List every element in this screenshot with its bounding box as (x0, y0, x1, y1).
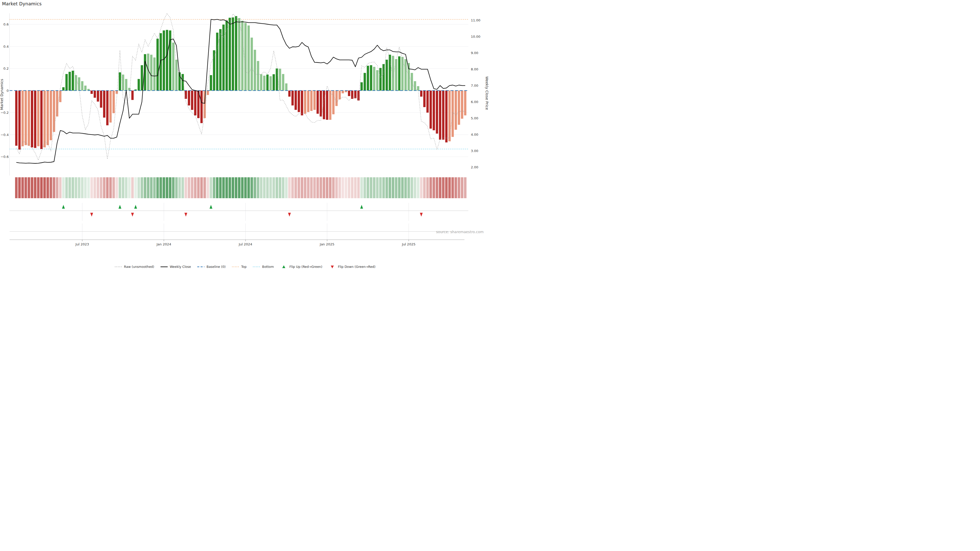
dynamics-bar (379, 68, 382, 91)
dynamics-bar (219, 29, 221, 91)
heatmap-cell (404, 177, 407, 198)
legend-item-label: Top (241, 265, 247, 268)
heatmap-cell (31, 177, 33, 198)
heatmap-cell (351, 177, 353, 198)
heatmap-cell (288, 177, 291, 198)
y-right-tick-label: 5.00 (471, 116, 478, 120)
dynamics-bar (458, 91, 460, 125)
heatmap-cell (197, 177, 200, 198)
dynamics-bar (351, 91, 353, 99)
dynamics-bar (210, 75, 212, 91)
y-right-tick-label: 11.00 (471, 18, 480, 22)
heatmap-cell (329, 177, 331, 198)
heatmap-cell (37, 177, 40, 198)
heatmap-cell (228, 177, 231, 198)
dynamics-bar (439, 91, 441, 140)
heatmap-cell (219, 177, 222, 198)
dynamics-bar (272, 74, 275, 91)
dynamics-bar (288, 91, 291, 97)
heatmap-cell (251, 177, 253, 198)
dynamics-bar (50, 91, 52, 140)
dynamics-bar (131, 91, 134, 100)
dynamics-bar (103, 91, 105, 118)
dynamics-bar (313, 91, 316, 110)
dynamics-bar (31, 91, 33, 148)
dynamics-bar (266, 75, 269, 91)
heatmap-cell (379, 177, 382, 198)
dynamics-bar (119, 73, 121, 91)
x-tick-label: Jul 2023 (75, 242, 89, 246)
y-right-tick-label: 6.00 (471, 100, 478, 104)
dynamics-bar (254, 50, 256, 91)
heatmap-cell (367, 177, 369, 198)
dynamics-bar (320, 91, 322, 117)
heatmap-cell (317, 177, 319, 198)
heatmap-cell (282, 177, 285, 198)
heatmap-cell (109, 177, 112, 198)
heatmap-cell (342, 177, 344, 198)
dynamics-bar (166, 30, 168, 91)
heatmap-cell (34, 177, 37, 198)
dynamics-bar (65, 74, 68, 91)
legend-item: Bottom (253, 265, 274, 268)
dynamics-bar (410, 73, 413, 91)
heatmap-cell (354, 177, 356, 198)
dynamics-bar (263, 76, 266, 91)
heatmap-cell (119, 177, 121, 198)
heatmap-cell (213, 177, 215, 198)
heatmap-cell (24, 177, 27, 198)
y-left-tick-label: 0 (6, 89, 9, 93)
dynamics-bar (445, 91, 448, 142)
heatmap-cell (162, 177, 165, 198)
dynamics-bar (175, 60, 178, 91)
dynamics-bar (251, 38, 253, 91)
legend-item-label: Baseline (0) (207, 265, 226, 268)
heatmap-cell (46, 177, 49, 198)
dynamics-bar (449, 91, 451, 141)
flip-down-icon (185, 213, 187, 217)
heatmap-cell (417, 177, 419, 198)
heatmap-cell (407, 177, 410, 198)
y-left-tick-label: −0.4 (0, 133, 9, 137)
dynamics-bar (367, 66, 369, 91)
x-tick-label: Jan 2025 (320, 242, 334, 246)
heatmap-cell (81, 177, 83, 198)
legend-item: Raw (unsmoothed) (115, 265, 154, 268)
legend-item: Top (232, 265, 247, 268)
y-right-tick-label: 7.00 (471, 84, 478, 87)
heatmap-cell (279, 177, 281, 198)
heatmap-cell (269, 177, 272, 198)
market-dynamics-chart: 0.60.40.20−0.2−0.4−0.611.0010.009.008.00… (0, 0, 490, 275)
dynamics-bar (100, 91, 102, 108)
y-left-tick-label: −0.6 (0, 155, 9, 159)
heatmap-cell (436, 177, 438, 198)
heatmap-cell (275, 177, 278, 198)
dynamics-bar (113, 91, 115, 113)
dynamics-bar (317, 91, 319, 114)
legend-line-icon (160, 265, 168, 268)
dynamics-bar (339, 91, 341, 100)
dynamics-bar (68, 72, 71, 91)
heatmap-cell (144, 177, 146, 198)
y-right-tick-label: 2.00 (471, 165, 478, 169)
heatmap-cell (332, 177, 334, 198)
heatmap-cell (433, 177, 435, 198)
heatmap-cell (225, 177, 228, 198)
heatmap-cell (159, 177, 162, 198)
flip-down-icon (420, 213, 423, 217)
dynamics-bar (310, 91, 313, 111)
legend: Raw (unsmoothed)Weekly CloseBaseline (0)… (0, 265, 490, 268)
heatmap-cell (430, 177, 432, 198)
heatmap-cell (263, 177, 266, 198)
flip-down-icon (288, 213, 291, 217)
heatmap-cell (194, 177, 197, 198)
dynamics-bar (200, 91, 203, 123)
legend-item: Flip Up (Red→Green) (280, 265, 322, 268)
dynamics-bar (47, 91, 49, 145)
heatmap-cell (43, 177, 46, 198)
heatmap-cell (106, 177, 109, 198)
dynamics-bar (18, 91, 21, 149)
heatmap-cell (294, 177, 297, 198)
heatmap-cell (15, 177, 18, 198)
dynamics-bar (376, 70, 379, 91)
